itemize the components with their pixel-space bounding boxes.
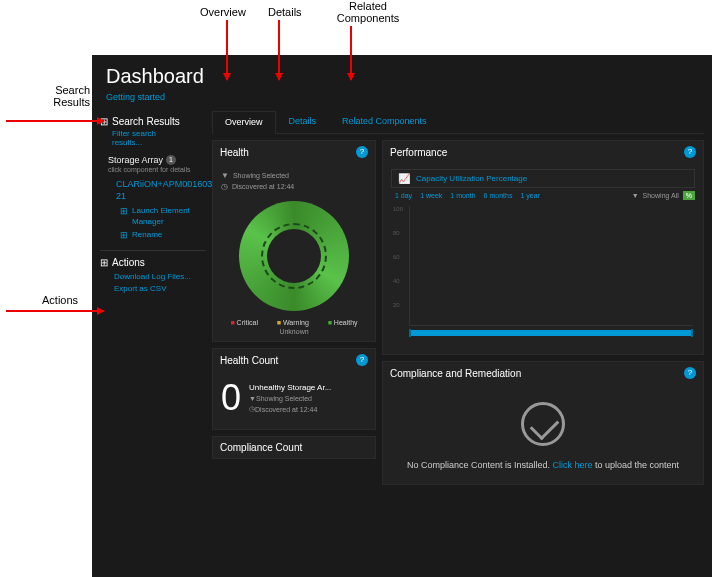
performance-panel: Performance ? 📈 Capacity Utilization Per… (382, 140, 704, 355)
compliance-count-title: Compliance Count (213, 437, 375, 458)
tab-bar: Overview Details Related Components (212, 110, 704, 134)
results-link[interactable]: results... (112, 138, 206, 147)
compliance-text-post: to upload the content (593, 460, 680, 470)
health-donut-chart (239, 201, 349, 311)
y-tick: 80 (393, 230, 403, 236)
page-title: Dashboard (106, 65, 698, 88)
discovered-time: Discovered at 12:44 (255, 406, 317, 413)
actions-label: Actions (112, 257, 145, 268)
export-csv-link[interactable]: Export as CSV (114, 284, 206, 294)
main-content: Overview Details Related Components Heal… (212, 110, 704, 485)
storage-array-label: Storage Array (108, 155, 163, 165)
health-legend: Critical Warning Healthy (221, 319, 367, 326)
checkmark-icon (521, 402, 565, 446)
time-range-row: 1 day 1 week 1 month 6 months 1 year ▼ S… (395, 191, 695, 200)
showing-selected: Showing Selected (256, 395, 312, 402)
compliance-remediation-panel: Compliance and Remediation ? No Complian… (382, 361, 704, 485)
download-log-link[interactable]: Download Log Files... (114, 272, 206, 282)
compliance-title: Compliance and Remediation (390, 368, 521, 379)
range-1year[interactable]: 1 year (520, 192, 539, 199)
arrow-actions (6, 310, 104, 312)
help-icon[interactable]: ? (684, 367, 696, 379)
filter-icon: ▼ (249, 395, 256, 402)
range-1day[interactable]: 1 day (395, 192, 412, 199)
launch-label: Launch Element Manager (132, 206, 206, 227)
compliance-message: No Compliance Content is Installed. Clic… (391, 460, 695, 470)
plus-icon: ⊞ (120, 230, 128, 242)
help-icon[interactable]: ? (684, 146, 696, 158)
unhealthy-label: Unhealthy Storage Ar... (249, 383, 331, 392)
storage-hint: click component for details (108, 166, 206, 173)
arrow-related (350, 26, 352, 80)
clock-icon: ◷ (221, 182, 228, 191)
tab-related-components[interactable]: Related Components (329, 110, 440, 133)
legend-unknown: Unknown (221, 328, 367, 335)
annotation-actions: Actions (42, 294, 78, 306)
y-tick: 40 (393, 278, 403, 284)
actions-header[interactable]: ⊞ Actions (100, 257, 206, 268)
percent-badge[interactable]: % (683, 191, 695, 200)
storage-array-row[interactable]: Storage Array 1 (108, 155, 206, 165)
filter-icon: ▼ (632, 192, 639, 199)
arrow-details (278, 20, 280, 80)
help-icon[interactable]: ? (356, 146, 368, 158)
filter-icon: ▼ (221, 171, 229, 180)
time-scrubber[interactable] (409, 330, 693, 336)
y-tick: 60 (393, 254, 403, 260)
annotation-overview: Overview (200, 6, 246, 18)
divider (100, 250, 206, 251)
rename-label: Rename (132, 230, 162, 240)
legend-healthy: Healthy (328, 319, 358, 326)
rename-link[interactable]: ⊞ Rename (120, 230, 206, 242)
discovered-time: Discovered at 12:44 (232, 183, 294, 190)
chart-icon: 📈 (398, 173, 410, 184)
y-tick: 100 (393, 206, 403, 212)
launch-element-manager-link[interactable]: ⊞ Launch Element Manager (120, 206, 206, 227)
annotation-details: Details (268, 6, 302, 18)
health-title: Health (220, 147, 249, 158)
app-header: Dashboard Getting started (92, 55, 712, 110)
compliance-count-panel: Compliance Count (212, 436, 376, 459)
expand-icon: ⊞ (100, 257, 108, 268)
arrow-search-results (6, 120, 104, 122)
compliance-text-pre: No Compliance Content is Installed. (407, 460, 553, 470)
showing-all: Showing All (643, 192, 679, 199)
help-icon[interactable]: ? (356, 354, 368, 366)
legend-warning: Warning (277, 319, 309, 326)
upload-content-link[interactable]: Click here (552, 460, 592, 470)
device-link[interactable]: CLARiiON+APM001603102 21 (116, 179, 206, 202)
performance-title: Performance (390, 147, 447, 158)
tab-details[interactable]: Details (276, 110, 330, 133)
plus-icon: ⊞ (120, 206, 128, 218)
filter-search-link[interactable]: Filter search (112, 129, 206, 138)
health-count-panel: Health Count ? 0 Unhealthy Storage Ar...… (212, 348, 376, 430)
showing-selected: Showing Selected (233, 172, 289, 179)
getting-started-link[interactable]: Getting started (106, 92, 698, 102)
search-results-header[interactable]: ⊞ Search Results (100, 116, 206, 127)
metric-name: Capacity Utilization Percentage (416, 174, 527, 183)
arrow-overview (226, 20, 228, 80)
health-panel: Health ? ▼Showing Selected ◷Discovered a… (212, 140, 376, 342)
range-6months[interactable]: 6 months (484, 192, 513, 199)
chart-plot-area (409, 206, 693, 326)
y-tick: 20 (393, 302, 403, 308)
unhealthy-count: 0 (221, 377, 241, 419)
sidebar: ⊞ Search Results Filter search results..… (100, 110, 212, 485)
annotation-related: Related Components (328, 0, 408, 24)
range-1week[interactable]: 1 week (420, 192, 442, 199)
range-1month[interactable]: 1 month (450, 192, 475, 199)
metric-selector[interactable]: 📈 Capacity Utilization Percentage (391, 169, 695, 188)
tab-overview[interactable]: Overview (212, 111, 276, 134)
annotation-search-results: Search Results (42, 84, 90, 108)
app-window: Dashboard Getting started ⊞ Search Resul… (92, 55, 712, 577)
performance-chart: 100 80 60 40 20 (391, 206, 695, 346)
health-count-title: Health Count (220, 355, 278, 366)
storage-count-badge: 1 (166, 155, 176, 165)
search-results-label: Search Results (112, 116, 180, 127)
legend-critical: Critical (230, 319, 258, 326)
